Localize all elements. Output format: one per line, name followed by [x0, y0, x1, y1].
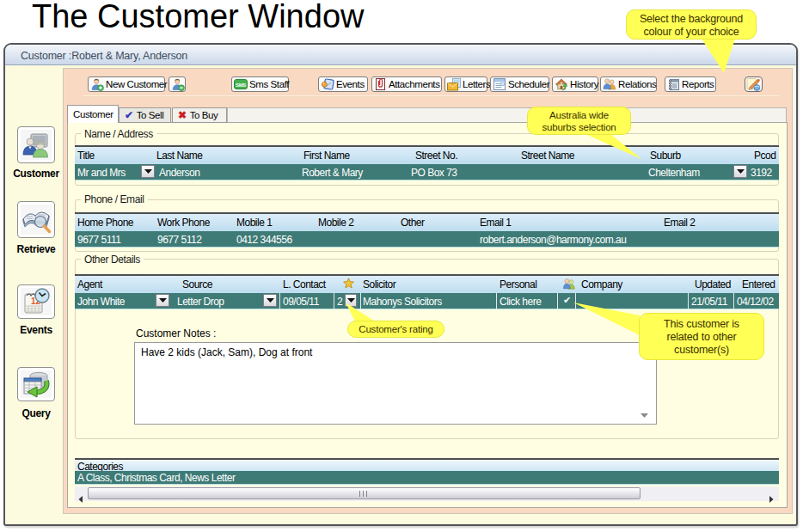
svg-text:SMS: SMS	[236, 82, 246, 87]
